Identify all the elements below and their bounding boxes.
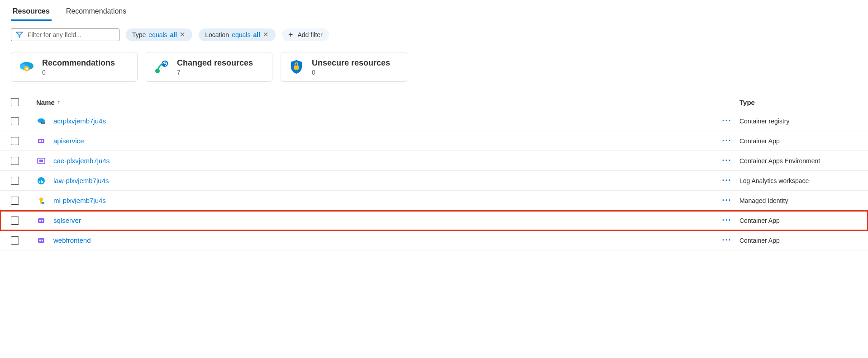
pill-operator: equals xyxy=(232,31,250,38)
svg-rect-10 xyxy=(38,139,44,143)
resource-link[interactable]: mi-plxvjemb7ju4s xyxy=(53,197,106,204)
capp-icon xyxy=(36,216,46,226)
row-checkbox[interactable] xyxy=(11,177,19,185)
row-checkbox[interactable] xyxy=(11,117,19,125)
changes-icon xyxy=(153,58,171,76)
resource-type: Container registry xyxy=(739,118,790,125)
svg-rect-16 xyxy=(39,181,40,183)
resource-type: Managed Identity xyxy=(739,197,788,204)
svg-rect-27 xyxy=(42,240,43,241)
pill-operator: equals xyxy=(148,31,167,38)
plus-icon: + xyxy=(288,32,293,38)
row-checkbox[interactable] xyxy=(11,236,19,245)
more-actions-icon[interactable]: ··· xyxy=(722,176,731,185)
resource-link[interactable]: webfrontend xyxy=(53,236,91,244)
table-row: law-plxvjemb7ju4s ··· Log Analytics work… xyxy=(0,171,868,191)
close-icon[interactable] xyxy=(263,32,269,38)
filter-icon xyxy=(16,31,23,38)
svg-rect-12 xyxy=(42,140,43,142)
close-icon[interactable] xyxy=(180,32,186,38)
resource-type: Container Apps Environment xyxy=(739,157,820,165)
resource-type: Log Analytics workspace xyxy=(739,177,809,184)
select-all-checkbox[interactable] xyxy=(11,98,19,106)
resources-table: Name ↑ Type acrplxvjemb7ju4s ··· Contain… xyxy=(0,94,868,250)
svg-rect-11 xyxy=(39,140,41,142)
card-count: 0 xyxy=(312,69,390,76)
more-actions-icon[interactable]: ··· xyxy=(722,116,731,125)
svg-rect-24 xyxy=(42,220,43,221)
table-row: sqlserver ··· Container App xyxy=(0,211,868,231)
card-title: Changed resources xyxy=(177,58,253,68)
more-actions-icon[interactable]: ··· xyxy=(722,236,731,245)
filter-pill-type[interactable]: Type equals all xyxy=(126,28,192,41)
filter-pill-location[interactable]: Location equals all xyxy=(199,28,276,41)
svg-rect-26 xyxy=(39,240,41,241)
pill-value: all xyxy=(253,31,260,38)
capp-icon xyxy=(36,236,46,245)
card-title: Unsecure resources xyxy=(312,58,390,68)
row-checkbox[interactable] xyxy=(11,217,19,225)
pill-label: Type xyxy=(132,31,146,38)
acr-icon xyxy=(36,116,46,126)
row-checkbox[interactable] xyxy=(11,137,19,145)
law-icon xyxy=(36,176,46,186)
row-checkbox[interactable] xyxy=(11,197,19,205)
resource-type: Container App xyxy=(739,237,780,244)
summary-card-recommendations[interactable]: Recommendations 0 xyxy=(11,52,138,82)
more-actions-icon[interactable]: ··· xyxy=(722,196,731,205)
filter-bar: Type equals all Location equals all + Ad… xyxy=(0,21,868,45)
cae-icon xyxy=(36,156,46,166)
filter-input-wrapper[interactable] xyxy=(11,28,119,41)
summary-cards: Recommendations 0 Changed resources 7 Un… xyxy=(0,45,868,85)
column-name-label: Name xyxy=(36,99,55,106)
resource-link[interactable]: law-plxvjemb7ju4s xyxy=(53,177,109,184)
resource-link[interactable]: acrplxvjemb7ju4s xyxy=(53,117,106,125)
svg-rect-23 xyxy=(39,220,41,221)
tab-recommendations[interactable]: Recommendations xyxy=(64,4,128,21)
table-header: Name ↑ Type xyxy=(0,94,868,111)
more-actions-icon[interactable]: ··· xyxy=(722,216,731,225)
svg-rect-9 xyxy=(41,122,45,124)
card-count: 0 xyxy=(42,69,115,76)
resource-link[interactable]: cae-plxvjemb7ju4s xyxy=(53,157,110,165)
table-row: webfrontend ··· Container App xyxy=(0,231,868,250)
table-row: acrplxvjemb7ju4s ··· Container registry xyxy=(0,111,868,131)
add-filter-label: Add filter xyxy=(298,31,323,38)
svg-rect-7 xyxy=(294,66,299,70)
summary-card-changed-resources[interactable]: Changed resources 7 xyxy=(146,52,272,82)
resource-type: Container App xyxy=(739,137,780,145)
svg-rect-22 xyxy=(38,218,44,223)
add-filter-button[interactable]: + Add filter xyxy=(282,28,329,41)
more-actions-icon[interactable]: ··· xyxy=(722,136,731,145)
svg-point-3 xyxy=(26,68,28,70)
svg-rect-17 xyxy=(41,180,42,183)
svg-point-19 xyxy=(39,198,43,201)
svg-rect-21 xyxy=(42,202,44,204)
table-row: mi-plxvjemb7ju4s ··· Managed Identity xyxy=(0,191,868,211)
row-checkbox[interactable] xyxy=(11,157,19,165)
resource-link[interactable]: sqlserver xyxy=(53,217,81,224)
tab-resources[interactable]: Resources xyxy=(11,4,52,21)
summary-card-unsecure-resources[interactable]: Unsecure resources 0 xyxy=(281,52,407,82)
column-header-type[interactable]: Type xyxy=(739,99,857,106)
table-row: cae-plxvjemb7ju4s ··· Container Apps Env… xyxy=(0,151,868,171)
resource-link[interactable]: apiservice xyxy=(53,137,84,145)
cloud-gear-icon xyxy=(18,58,36,76)
tabs-bar: ResourcesRecommendations xyxy=(0,0,868,21)
card-title: Recommendations xyxy=(42,58,115,68)
mi-icon xyxy=(36,196,46,206)
svg-rect-25 xyxy=(38,238,44,243)
card-count: 7 xyxy=(177,69,253,76)
shield-lock-icon xyxy=(287,58,305,76)
svg-rect-18 xyxy=(42,181,43,183)
filter-input[interactable] xyxy=(28,31,114,38)
column-type-label: Type xyxy=(739,99,755,106)
capp-icon xyxy=(36,136,46,146)
pill-label: Location xyxy=(205,31,229,38)
header-checkbox-cell xyxy=(11,98,36,106)
column-header-name[interactable]: Name ↑ xyxy=(36,99,714,106)
more-actions-icon[interactable]: ··· xyxy=(722,156,731,165)
resource-type: Container App xyxy=(739,217,780,224)
svg-rect-14 xyxy=(39,160,43,162)
sort-ascending-icon: ↑ xyxy=(57,99,60,105)
